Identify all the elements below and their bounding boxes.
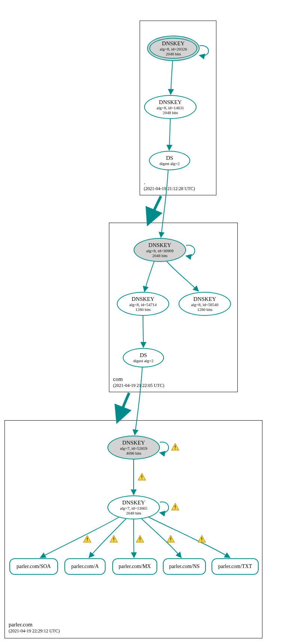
node-title: DNSKEY (159, 99, 182, 106)
svg-rect-10 (140, 537, 140, 540)
rr-a: parler.com/A (64, 558, 106, 575)
svg-rect-9 (113, 541, 114, 541)
svg-rect-7 (87, 541, 88, 541)
node-title: DNSKEY (132, 296, 155, 302)
node-line1: alg=8, id=54714 (130, 302, 157, 307)
svg-rect-11 (140, 541, 140, 541)
node-line1: alg=7, id=13065 (120, 506, 147, 511)
warning-icon (136, 535, 144, 543)
warning-icon (167, 535, 175, 543)
svg-rect-1 (175, 449, 176, 449)
svg-rect-13 (170, 541, 171, 541)
zone-com-label: com (2021-04-19 21:22:05 UTC) (113, 376, 164, 389)
warning-icon (138, 473, 146, 480)
node-title: DNSKEY (149, 242, 171, 248)
rr-txt: parler.com/TXT (212, 558, 259, 575)
svg-rect-14 (201, 537, 202, 540)
node-line1: alg=8, id=20326 (160, 47, 187, 52)
warning-icon (171, 443, 179, 451)
zone-parler-ts: (2021-04-19 22:29:12 UTC) (9, 628, 60, 634)
svg-rect-0 (175, 445, 176, 448)
node-root-ksk: DNSKEY alg=8, id=20326 2048 bits (147, 36, 200, 61)
node-title: DNSKEY (122, 500, 145, 506)
zone-parler-name: parler.com (9, 621, 60, 629)
rr-ns: parler.com/NS (163, 558, 206, 575)
node-title: DS (140, 352, 147, 358)
rr-label: parler.com/A (71, 564, 98, 570)
svg-rect-8 (113, 537, 114, 540)
node-com-zsk1: DNSKEY alg=8, id=54714 1280 bits (117, 292, 169, 316)
node-parler-ksk: DNSKEY alg=7, id=52659 4096 bits (107, 436, 160, 460)
warning-icon (83, 535, 91, 543)
rr-label: parler.com/MX (119, 564, 151, 570)
node-com-zsk2: DNSKEY alg=8, id=58540 1280 bits (179, 292, 231, 316)
rr-label: parler.com/SOA (16, 564, 51, 570)
svg-rect-15 (201, 541, 202, 541)
zone-com-ts: (2021-04-19 21:22:05 UTC) (113, 383, 164, 389)
node-com-ksk: DNSKEY alg=8, id=30909 2048 bits (134, 238, 186, 262)
zone-root-name: . (144, 179, 195, 186)
svg-rect-12 (170, 537, 171, 540)
warning-icon (110, 535, 118, 543)
node-line2: 2048 bits (152, 253, 168, 258)
node-line2: 2048 bits (166, 52, 181, 57)
svg-rect-3 (142, 479, 142, 479)
node-root-ds: DS digest alg=2 (149, 151, 190, 170)
zone-root-ts: (2021-04-19 21:12:28 UTC) (144, 186, 195, 192)
zone-root-label: . (2021-04-19 21:12:28 UTC) (144, 179, 195, 192)
node-line2: 4096 bits (126, 451, 142, 456)
node-line1: alg=8, id=58540 (191, 302, 219, 307)
node-parler-zsk: DNSKEY alg=7, id=13065 2048 bits (107, 495, 160, 519)
node-line1: alg=8, id=14631 (157, 106, 184, 110)
node-line1: alg=8, id=30909 (146, 248, 174, 253)
node-line1: digest alg=2 (159, 161, 180, 166)
warning-icon (198, 535, 206, 543)
node-line2: 1280 bits (136, 307, 151, 312)
warning-icon (171, 503, 179, 510)
rr-mx: parler.com/MX (112, 558, 157, 575)
svg-rect-6 (87, 537, 88, 540)
node-title: DNSKEY (122, 440, 145, 446)
node-root-zsk: DNSKEY alg=8, id=14631 2048 bits (144, 95, 197, 119)
zone-parler-label: parler.com (2021-04-19 22:29:12 UTC) (9, 621, 60, 634)
rr-label: parler.com/TXT (218, 564, 252, 570)
node-line1: alg=7, id=52659 (120, 446, 147, 451)
rr-label: parler.com/NS (169, 564, 200, 570)
node-title: DNSKEY (162, 40, 185, 47)
svg-rect-5 (175, 509, 176, 509)
node-title: DS (166, 155, 173, 161)
node-line1: digest alg=2 (133, 358, 153, 363)
svg-rect-4 (175, 505, 176, 507)
rr-soa: parler.com/SOA (9, 558, 58, 575)
svg-rect-2 (142, 475, 142, 477)
node-line2: 1280 bits (197, 307, 213, 312)
node-com-ds: DS digest alg=2 (123, 348, 164, 367)
node-title: DNSKEY (194, 296, 216, 302)
zone-com-name: com (113, 376, 164, 383)
node-line2: 2048 bits (126, 511, 142, 516)
node-line2: 2048 bits (163, 110, 178, 115)
